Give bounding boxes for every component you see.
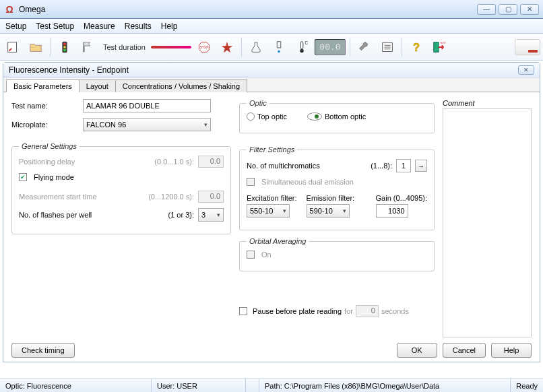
svg-text:STOP: STOP — [200, 45, 208, 48]
bottom-optic-label: Bottom optic — [325, 112, 366, 121]
pause-unit-label: seconds — [381, 307, 409, 315]
multichromatics-next-button[interactable]: → — [415, 160, 427, 172]
svg-point-10 — [300, 48, 304, 53]
menu-bar: Setup Test Setup Measure Results Help — [0, 19, 543, 34]
minimize-button[interactable]: — — [477, 4, 496, 15]
flashes-select[interactable]: 3 — [198, 208, 224, 222]
window-title: Omega — [19, 5, 477, 14]
excitation-filter-label: Excitation filter: — [247, 194, 297, 202]
flashes-range: (1 or 3): — [168, 211, 194, 219]
pause-for-label: for — [344, 307, 353, 315]
title-bar: Ω Omega — ▢ ✕ — [0, 0, 543, 19]
tab-layout[interactable]: Layout — [79, 79, 116, 92]
svg-point-4 — [63, 48, 66, 51]
lcd-display: 00.0 — [315, 39, 346, 55]
instrument-icon — [515, 39, 540, 55]
excitation-filter-select[interactable]: 550-10 — [247, 204, 290, 218]
flask-icon[interactable] — [246, 37, 266, 57]
flying-mode-label: Flying mode — [34, 173, 74, 181]
multichromatics-range: (1...8): — [371, 162, 392, 170]
ok-button[interactable]: OK — [397, 343, 437, 358]
general-settings-legend: General Settings — [19, 142, 79, 150]
flag-icon[interactable] — [77, 37, 98, 57]
simultaneous-dual-label: Simultaneous dual emission — [261, 178, 354, 186]
pause-label: Pause before plate reading — [253, 307, 342, 315]
dialog: Fluorescence Intensity - Endpoint ✕ Basi… — [3, 62, 540, 362]
pause-checkbox[interactable] — [239, 307, 247, 315]
orbital-averaging-legend: Orbital Averaging — [247, 237, 309, 245]
dispense-icon[interactable] — [269, 37, 289, 57]
close-button[interactable]: ✕ — [520, 4, 539, 15]
traffic-light-icon[interactable] — [55, 37, 75, 57]
status-icon — [246, 379, 259, 392]
svg-text:EXIT: EXIT — [441, 41, 447, 44]
check-timing-button[interactable]: Check timing — [11, 343, 75, 358]
filter-settings-legend: Filter Settings — [247, 145, 297, 154]
svg-text:C: C — [305, 40, 309, 45]
status-user: User: USER — [152, 379, 246, 392]
help-button[interactable]: Help — [491, 343, 532, 358]
gain-label: Gain (0...4095): — [376, 194, 427, 202]
status-path: Path: C:\Program Files (x86)\BMG\Omega\U… — [259, 379, 511, 392]
top-optic-radio[interactable] — [247, 112, 255, 121]
microplate-select[interactable]: FALCON 96 — [83, 118, 211, 131]
measurement-start-range: (0...1200.0 s): — [148, 193, 194, 201]
positioning-delay-label: Positioning delay — [19, 158, 150, 166]
star-icon[interactable] — [217, 37, 237, 57]
test-name-label: Test name: — [11, 102, 79, 110]
positioning-delay-range: (0.0...1.0 s): — [154, 158, 194, 166]
menu-help[interactable]: Help — [161, 22, 178, 31]
orbital-on-checkbox — [247, 251, 255, 259]
test-duration-label: Test duration — [100, 43, 148, 51]
dialog-title: Fluorescence Intensity - Endpoint — [9, 65, 518, 75]
menu-setup[interactable]: Setup — [5, 22, 26, 31]
tab-concentrations[interactable]: Concentrations / Volumes / Shaking — [115, 79, 247, 92]
svg-point-8 — [278, 50, 280, 53]
emission-filter-label: Emission filter: — [307, 194, 355, 202]
help-icon[interactable]: ? — [406, 37, 426, 57]
temperature-icon[interactable]: C — [292, 37, 312, 57]
multichromatics-label: No. of multichromatics — [247, 162, 366, 170]
simultaneous-dual-checkbox — [247, 178, 255, 186]
test-name-input[interactable] — [83, 99, 211, 112]
status-ready: Ready — [511, 379, 543, 392]
comment-textarea[interactable] — [443, 108, 532, 337]
emission-filter-select[interactable]: 590-10 — [307, 204, 350, 218]
toolbar: Test duration STOP C 00.0 ? EXIT — [0, 34, 543, 61]
microplate-label: Microplate: — [11, 121, 79, 129]
menu-test-setup[interactable]: Test Setup — [36, 22, 74, 31]
svg-text:?: ? — [413, 40, 420, 53]
svg-rect-7 — [277, 41, 281, 47]
orbital-on-label: On — [261, 251, 272, 259]
wrench-icon[interactable] — [354, 37, 375, 57]
cancel-button[interactable]: Cancel — [443, 343, 486, 358]
exit-icon[interactable]: EXIT — [429, 37, 449, 57]
optic-legend: Optic — [247, 99, 269, 107]
app-logo-icon: Ω — [4, 4, 15, 15]
multichromatics-input[interactable] — [396, 159, 411, 172]
top-optic-label: Top optic — [257, 112, 287, 121]
menu-results[interactable]: Results — [125, 22, 152, 31]
gain-input[interactable] — [376, 204, 408, 218]
protocol-icon[interactable] — [3, 37, 23, 57]
flashes-label: No. of flashes per well — [19, 211, 164, 219]
maximize-button[interactable]: ▢ — [499, 4, 517, 15]
stop-icon[interactable]: STOP — [194, 37, 214, 57]
duration-bar — [151, 46, 191, 48]
svg-rect-17 — [434, 42, 439, 52]
svg-rect-9 — [300, 41, 303, 48]
status-bar: Optic: Fluorescence User: USER Path: C:\… — [0, 379, 543, 392]
measurement-start-label: Measurement start time — [19, 193, 144, 201]
positioning-delay-value: 0.0 — [198, 156, 224, 168]
svg-point-3 — [63, 46, 66, 48]
bottom-optic-radio[interactable] — [307, 112, 322, 121]
settings-list-icon[interactable] — [377, 37, 397, 57]
tab-basic-parameters[interactable]: Basic Parameters — [6, 79, 79, 92]
svg-point-2 — [63, 42, 66, 45]
menu-measure[interactable]: Measure — [84, 22, 115, 31]
comment-legend: Comment — [443, 99, 532, 107]
flying-mode-checkbox[interactable]: ✔ — [19, 173, 27, 181]
measurement-start-value: 0.0 — [198, 191, 224, 203]
open-icon[interactable] — [26, 37, 46, 57]
dialog-close-button[interactable]: ✕ — [518, 65, 534, 75]
